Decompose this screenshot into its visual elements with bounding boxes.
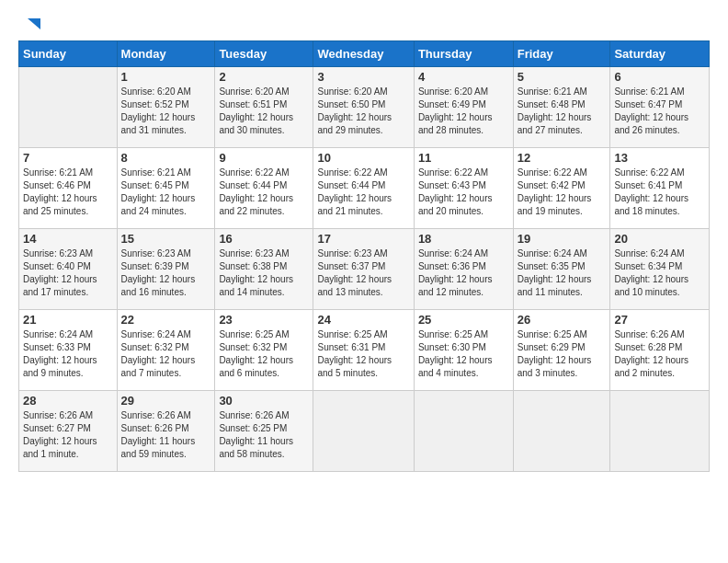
calendar-cell: 2Sunrise: 6:20 AMSunset: 6:51 PMDaylight…	[215, 67, 313, 148]
calendar-week-row: 21Sunrise: 6:24 AMSunset: 6:33 PMDayligh…	[19, 310, 710, 391]
day-number: 6	[614, 70, 705, 84]
day-number: 19	[518, 232, 607, 246]
header	[18, 15, 710, 35]
day-number: 18	[418, 232, 509, 246]
calendar-cell: 22Sunrise: 6:24 AMSunset: 6:32 PMDayligh…	[117, 310, 215, 391]
day-number: 4	[418, 70, 509, 84]
day-number: 23	[219, 313, 309, 327]
calendar-cell: 14Sunrise: 6:23 AMSunset: 6:40 PMDayligh…	[19, 229, 118, 310]
day-info: Sunrise: 6:25 AMSunset: 6:29 PMDaylight:…	[518, 328, 607, 380]
day-info: Sunrise: 6:26 AMSunset: 6:25 PMDaylight:…	[219, 409, 309, 461]
calendar-cell: 11Sunrise: 6:22 AMSunset: 6:43 PMDayligh…	[414, 148, 513, 229]
day-info: Sunrise: 6:21 AMSunset: 6:47 PMDaylight:…	[614, 86, 705, 137]
calendar-week-row: 1Sunrise: 6:20 AMSunset: 6:52 PMDaylight…	[19, 67, 710, 148]
day-info: Sunrise: 6:20 AMSunset: 6:52 PMDaylight:…	[121, 86, 211, 137]
calendar-cell: 25Sunrise: 6:25 AMSunset: 6:30 PMDayligh…	[414, 310, 513, 391]
calendar-cell: 8Sunrise: 6:21 AMSunset: 6:45 PMDaylight…	[117, 148, 215, 229]
calendar-cell: 13Sunrise: 6:22 AMSunset: 6:41 PMDayligh…	[610, 148, 710, 229]
weekday-header-sunday: Sunday	[19, 41, 118, 67]
day-info: Sunrise: 6:24 AMSunset: 6:35 PMDaylight:…	[518, 247, 607, 299]
day-info: Sunrise: 6:22 AMSunset: 6:42 PMDaylight:…	[518, 167, 607, 218]
calendar-cell: 9Sunrise: 6:22 AMSunset: 6:44 PMDaylight…	[215, 148, 313, 229]
day-number: 12	[518, 151, 607, 165]
calendar-cell: 6Sunrise: 6:21 AMSunset: 6:47 PMDaylight…	[610, 67, 710, 148]
logo-triangle-icon	[20, 15, 42, 37]
weekday-header-tuesday: Tuesday	[215, 41, 313, 67]
day-info: Sunrise: 6:25 AMSunset: 6:31 PMDaylight:…	[317, 328, 409, 380]
day-info: Sunrise: 6:22 AMSunset: 6:44 PMDaylight:…	[317, 167, 409, 218]
day-number: 5	[518, 70, 607, 84]
day-info: Sunrise: 6:24 AMSunset: 6:34 PMDaylight:…	[614, 247, 705, 299]
calendar-cell: 23Sunrise: 6:25 AMSunset: 6:32 PMDayligh…	[215, 310, 313, 391]
calendar-cell: 17Sunrise: 6:23 AMSunset: 6:37 PMDayligh…	[313, 229, 414, 310]
calendar-table: SundayMondayTuesdayWednesdayThursdayFrid…	[18, 40, 710, 472]
day-info: Sunrise: 6:23 AMSunset: 6:37 PMDaylight:…	[317, 247, 409, 299]
day-info: Sunrise: 6:20 AMSunset: 6:51 PMDaylight:…	[219, 86, 309, 137]
calendar-cell: 5Sunrise: 6:21 AMSunset: 6:48 PMDaylight…	[513, 67, 610, 148]
day-number: 1	[121, 70, 211, 84]
day-info: Sunrise: 6:25 AMSunset: 6:30 PMDaylight:…	[418, 328, 509, 380]
day-info: Sunrise: 6:23 AMSunset: 6:38 PMDaylight:…	[219, 247, 309, 299]
calendar-week-row: 28Sunrise: 6:26 AMSunset: 6:27 PMDayligh…	[19, 391, 710, 472]
calendar-cell: 20Sunrise: 6:24 AMSunset: 6:34 PMDayligh…	[610, 229, 710, 310]
day-number: 21	[23, 313, 113, 327]
calendar-cell: 10Sunrise: 6:22 AMSunset: 6:44 PMDayligh…	[313, 148, 414, 229]
day-number: 10	[317, 151, 409, 165]
calendar-week-row: 7Sunrise: 6:21 AMSunset: 6:46 PMDaylight…	[19, 148, 710, 229]
day-info: Sunrise: 6:21 AMSunset: 6:45 PMDaylight:…	[121, 167, 211, 218]
weekday-header-row: SundayMondayTuesdayWednesdayThursdayFrid…	[19, 41, 710, 67]
calendar-cell: 4Sunrise: 6:20 AMSunset: 6:49 PMDaylight…	[414, 67, 513, 148]
day-number: 28	[23, 394, 113, 408]
day-info: Sunrise: 6:22 AMSunset: 6:41 PMDaylight:…	[614, 167, 705, 218]
weekday-header-monday: Monday	[117, 41, 215, 67]
day-number: 29	[121, 394, 211, 408]
day-info: Sunrise: 6:25 AMSunset: 6:32 PMDaylight:…	[219, 328, 309, 380]
weekday-header-wednesday: Wednesday	[313, 41, 414, 67]
day-info: Sunrise: 6:23 AMSunset: 6:40 PMDaylight:…	[23, 247, 113, 299]
day-number: 2	[219, 70, 309, 84]
day-number: 26	[518, 313, 607, 327]
weekday-header-saturday: Saturday	[610, 41, 710, 67]
day-number: 8	[121, 151, 211, 165]
day-number: 27	[614, 313, 705, 327]
day-info: Sunrise: 6:26 AMSunset: 6:27 PMDaylight:…	[23, 409, 113, 461]
calendar-cell: 16Sunrise: 6:23 AMSunset: 6:38 PMDayligh…	[215, 229, 313, 310]
calendar-cell: 18Sunrise: 6:24 AMSunset: 6:36 PMDayligh…	[414, 229, 513, 310]
weekday-header-thursday: Thursday	[414, 41, 513, 67]
calendar-cell: 21Sunrise: 6:24 AMSunset: 6:33 PMDayligh…	[19, 310, 118, 391]
day-info: Sunrise: 6:23 AMSunset: 6:39 PMDaylight:…	[121, 247, 211, 299]
calendar-cell: 15Sunrise: 6:23 AMSunset: 6:39 PMDayligh…	[117, 229, 215, 310]
calendar-cell: 27Sunrise: 6:26 AMSunset: 6:28 PMDayligh…	[610, 310, 710, 391]
day-number: 20	[614, 232, 705, 246]
day-info: Sunrise: 6:24 AMSunset: 6:33 PMDaylight:…	[23, 328, 113, 380]
day-info: Sunrise: 6:21 AMSunset: 6:46 PMDaylight:…	[23, 167, 113, 218]
calendar-cell: 3Sunrise: 6:20 AMSunset: 6:50 PMDaylight…	[313, 67, 414, 148]
calendar-cell: 28Sunrise: 6:26 AMSunset: 6:27 PMDayligh…	[19, 391, 118, 472]
calendar-cell: 30Sunrise: 6:26 AMSunset: 6:25 PMDayligh…	[215, 391, 313, 472]
day-info: Sunrise: 6:20 AMSunset: 6:49 PMDaylight:…	[418, 86, 509, 137]
calendar-cell	[610, 391, 710, 472]
day-info: Sunrise: 6:20 AMSunset: 6:50 PMDaylight:…	[317, 86, 409, 137]
day-number: 15	[121, 232, 211, 246]
day-info: Sunrise: 6:24 AMSunset: 6:32 PMDaylight:…	[121, 328, 211, 380]
day-number: 7	[23, 151, 113, 165]
calendar-cell: 7Sunrise: 6:21 AMSunset: 6:46 PMDaylight…	[19, 148, 118, 229]
calendar-cell: 12Sunrise: 6:22 AMSunset: 6:42 PMDayligh…	[513, 148, 610, 229]
calendar-cell: 29Sunrise: 6:26 AMSunset: 6:26 PMDayligh…	[117, 391, 215, 472]
day-info: Sunrise: 6:24 AMSunset: 6:36 PMDaylight:…	[418, 247, 509, 299]
day-number: 3	[317, 70, 409, 84]
calendar-cell	[313, 391, 414, 472]
weekday-header-friday: Friday	[513, 41, 610, 67]
day-info: Sunrise: 6:26 AMSunset: 6:26 PMDaylight:…	[121, 409, 211, 461]
day-number: 16	[219, 232, 309, 246]
calendar-week-row: 14Sunrise: 6:23 AMSunset: 6:40 PMDayligh…	[19, 229, 710, 310]
day-number: 17	[317, 232, 409, 246]
calendar-cell	[414, 391, 513, 472]
day-info: Sunrise: 6:21 AMSunset: 6:48 PMDaylight:…	[518, 86, 607, 137]
day-info: Sunrise: 6:26 AMSunset: 6:28 PMDaylight:…	[614, 328, 705, 380]
day-info: Sunrise: 6:22 AMSunset: 6:44 PMDaylight:…	[219, 167, 309, 218]
page: SundayMondayTuesdayWednesdayThursdayFrid…	[0, 0, 728, 563]
logo	[18, 15, 42, 35]
calendar-cell: 26Sunrise: 6:25 AMSunset: 6:29 PMDayligh…	[513, 310, 610, 391]
day-number: 9	[219, 151, 309, 165]
